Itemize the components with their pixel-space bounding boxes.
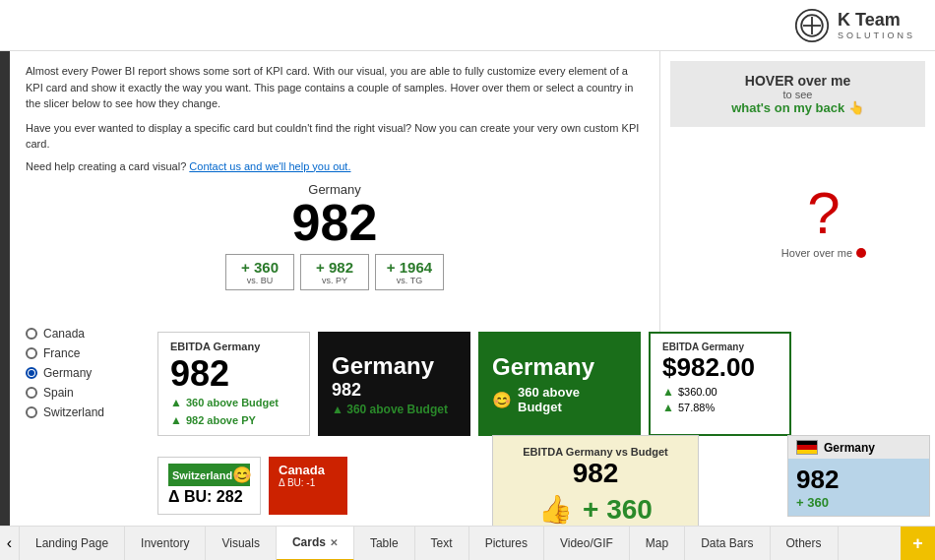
arrow-up-icon-2: ▲ <box>170 413 182 427</box>
contact-link[interactable]: Contact us and we'll help you out. <box>189 160 350 172</box>
question-mark-icon: ? <box>781 184 866 243</box>
tab-text-label: Text <box>431 536 453 550</box>
tab-inventory-label: Inventory <box>141 536 189 550</box>
card1-value: 982 <box>170 356 297 392</box>
radio-canada-circle <box>26 328 37 340</box>
radio-germany-label: Germany <box>43 366 92 380</box>
card-ebitda-bordered[interactable]: EBITDA Germany $982.00 ▲ $360.00 ▲ 57.88… <box>649 332 659 436</box>
tab-others[interactable]: Others <box>771 527 839 561</box>
radio-germany[interactable]: Germany <box>26 366 104 380</box>
card3-sub-row: 😊 360 above Budget <box>492 385 627 414</box>
card1-metric-2: ▲ 982 above PY <box>170 413 297 427</box>
radio-france[interactable]: France <box>26 346 104 360</box>
hover-box[interactable]: HOVER over me to see what's on my back 👆 <box>670 61 925 127</box>
card2-sub-text: 360 above Budget <box>346 403 448 416</box>
radio-switzerland-circle <box>26 406 37 418</box>
arrow-up-icon-3: ▲ <box>332 403 343 416</box>
card1-metric2-text: 982 above PY <box>186 414 256 426</box>
logo-sub: SOLUTIONS <box>838 31 915 40</box>
ebitda-budget-delta: + 360 <box>583 494 653 526</box>
logo-area: K Team SOLUTIONS <box>794 8 915 43</box>
hover-title: HOVER over me <box>682 73 913 89</box>
card-switzerland[interactable]: Switzerland 😊 Δ BU: 282 <box>157 457 261 515</box>
radio-spain-label: Spain <box>43 386 74 400</box>
contact-label-text: Need help creating a card visual? <box>26 160 186 172</box>
intro-paragraph-2: Have you ever wanted to display a specif… <box>26 120 644 153</box>
card2-value: 982 <box>332 380 457 401</box>
kpi-badges-container: + 360 vs. BU + 982 vs. PY + 1964 vs. TG <box>225 254 444 290</box>
main-content: Almost every Power BI report shows some … <box>10 51 935 526</box>
tab-table-label: Table <box>370 536 399 550</box>
header: K Team SOLUTIONS <box>0 0 935 51</box>
tab-databars[interactable]: Data Bars <box>685 527 770 561</box>
smiley-icon-1: 😊 <box>492 391 512 409</box>
card3-country: Germany <box>492 353 627 381</box>
tab-bar: ‹ Landing Page Inventory Visuals Cards ✕… <box>0 526 935 560</box>
radio-switzerland[interactable]: Switzerland <box>26 405 104 419</box>
intro-paragraph-1: Almost every Power BI report shows some … <box>26 63 644 112</box>
tab-cards-close-icon[interactable]: ✕ <box>330 537 338 548</box>
switzerland-value: Δ BU: 282 <box>168 486 250 508</box>
arrow-up-icon-1: ▲ <box>170 396 182 409</box>
tab-scroll-left[interactable]: ‹ <box>0 527 20 561</box>
ebitda-budget-title-text: EBITDA Germany vs Budget <box>523 446 659 458</box>
tab-table[interactable]: Table <box>354 527 415 561</box>
card-germany-black[interactable]: Germany 982 ▲ 360 above Budget <box>318 332 470 436</box>
kpi-badge-py-label: vs. PY <box>311 276 358 285</box>
kpi-badge-tg-val: + 1964 <box>386 259 433 276</box>
tab-inventory[interactable]: Inventory <box>125 527 206 561</box>
ebitda-budget-bottom: 👍 + 360 <box>507 493 659 526</box>
card-ebitda-budget[interactable]: EBITDA Germany vs Budget 982 👍 + 360 <box>492 435 659 526</box>
tab-landing-page-label: Landing Page <box>35 536 108 550</box>
hover-over-me-label: Hover over me <box>781 247 866 259</box>
tab-add-button[interactable]: + <box>901 527 935 561</box>
country-slicer: Canada France Germany Spain Switzerland <box>26 327 104 419</box>
tab-others-label: Others <box>786 536 822 550</box>
card-germany-green[interactable]: Germany 😊 360 above Budget <box>478 332 641 436</box>
radio-spain[interactable]: Spain <box>26 386 104 400</box>
tab-landing-page[interactable]: Landing Page <box>20 527 125 561</box>
tab-cards[interactable]: Cards ✕ <box>277 527 354 561</box>
tab-databars-label: Data Bars <box>701 536 753 550</box>
switzerland-label: Switzerland <box>172 469 232 481</box>
switzerland-header: Switzerland 😊 <box>168 464 250 486</box>
left-sidebar-bar <box>0 51 10 533</box>
card1-metric1-text: 360 above Budget <box>186 397 279 408</box>
kpi-badge-py-val: + 982 <box>311 259 358 276</box>
card-ebitda-white[interactable]: EBITDA Germany 982 ▲ 360 above Budget ▲ … <box>157 332 310 436</box>
tab-pictures-label: Pictures <box>485 536 528 550</box>
radio-germany-circle <box>26 367 37 379</box>
tab-map-label: Map <box>646 536 668 550</box>
card1-title: EBITDA Germany <box>170 341 297 352</box>
cards-row-2: Switzerland 😊 Δ BU: 282 Canada Δ BU: -1 <box>157 457 347 515</box>
ebitda-budget-value: 982 <box>507 458 659 489</box>
kpi-badge-py: + 982 vs. PY <box>300 254 369 290</box>
tab-pictures[interactable]: Pictures <box>469 527 544 561</box>
tab-visuals[interactable]: Visuals <box>206 527 276 561</box>
tab-text[interactable]: Text <box>415 527 469 561</box>
hover-sub: to see <box>682 89 913 100</box>
tab-add-label: + <box>912 533 923 554</box>
tab-visuals-label: Visuals <box>221 536 259 550</box>
tab-cards-label: Cards <box>292 535 326 549</box>
hover-green: what's on my back 👆 <box>682 100 913 115</box>
radio-spain-circle <box>26 387 37 399</box>
ebitda-budget-title: EBITDA Germany vs Budget <box>507 446 659 458</box>
tab-videogif[interactable]: Video/GIF <box>544 527 630 561</box>
tab-map[interactable]: Map <box>630 527 685 561</box>
card3-sub-text: 360 above Budget <box>518 385 627 414</box>
radio-switzerland-label: Switzerland <box>43 405 104 419</box>
canada-label: Canada <box>279 463 338 477</box>
kpi-badge-bu-label: vs. BU <box>236 276 283 285</box>
contact-paragraph: Need help creating a card visual? Contac… <box>26 158 644 175</box>
kpi-value: 982 <box>292 197 378 248</box>
card2-country: Germany <box>332 352 457 380</box>
radio-canada[interactable]: Canada <box>26 327 104 341</box>
question-area[interactable]: ? Hover over me <box>781 184 866 259</box>
radio-canada-label: Canada <box>43 327 85 341</box>
smiley-icon-2: 😊 <box>232 466 252 484</box>
logo-name: K Team <box>838 10 915 31</box>
kpi-badge-bu-val: + 360 <box>236 259 283 276</box>
radio-france-circle <box>26 347 37 359</box>
card-canada[interactable]: Canada Δ BU: -1 <box>269 457 347 515</box>
